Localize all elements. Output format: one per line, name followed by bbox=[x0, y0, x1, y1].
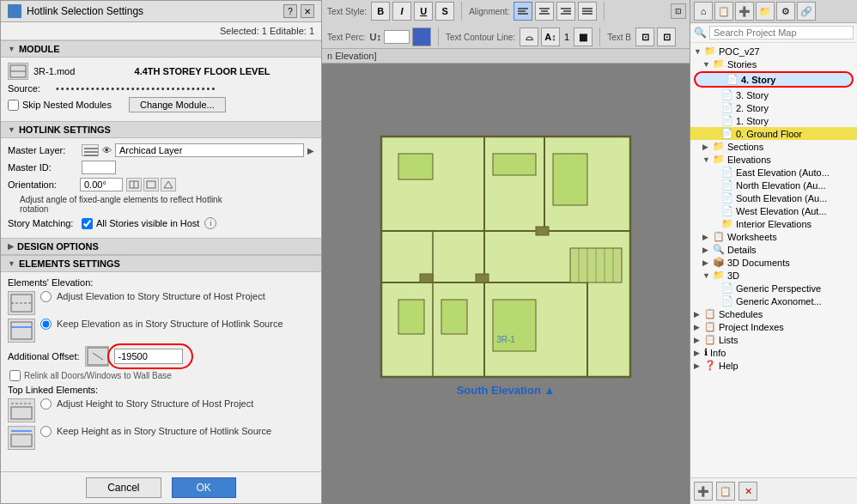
alignment-label: Alignment: bbox=[469, 7, 509, 16]
edit-btn[interactable]: 📋 bbox=[716, 482, 735, 501]
generic-axon-item[interactable]: 📄 Generic Axonomet... bbox=[690, 295, 857, 307]
info-folder[interactable]: ▶ ℹ Info bbox=[690, 346, 857, 359]
hotlink-section-header[interactable]: ▼ HOTLINK SETTINGS bbox=[1, 121, 321, 138]
bold-button[interactable]: B bbox=[371, 2, 390, 21]
offset-input[interactable]: -19500 bbox=[114, 349, 183, 364]
generic-persp-item[interactable]: 📄 Generic Perspective bbox=[690, 282, 857, 295]
proj-idx-label: Project Indexes bbox=[719, 322, 784, 332]
underline-button[interactable]: U bbox=[414, 2, 433, 21]
elevation-option1[interactable]: Adjust Elevation to Story Structure of H… bbox=[8, 291, 314, 315]
3d-arrow: ▼ bbox=[702, 271, 711, 280]
lists-folder[interactable]: ▶ 📋 Lists bbox=[690, 333, 857, 346]
top-option1[interactable]: Adjust Height to Story Structure of Host… bbox=[8, 398, 314, 422]
offset-label: Additional Offset: bbox=[8, 351, 80, 361]
story-checkbox[interactable] bbox=[82, 218, 93, 229]
change-module-button[interactable]: Change Module... bbox=[129, 97, 226, 112]
story-1-item[interactable]: 📄 1. Story bbox=[690, 114, 857, 127]
3ddocs-folder[interactable]: ▶ 📦 3D Documents bbox=[690, 256, 857, 269]
skip-nested-check[interactable]: Skip Nested Modules bbox=[8, 100, 112, 111]
new-btn[interactable]: ➕ bbox=[735, 2, 754, 21]
text-color-picker[interactable] bbox=[412, 27, 431, 46]
story-info-icon[interactable]: i bbox=[204, 217, 216, 229]
3d-folder[interactable]: ▼ 📁 3D bbox=[690, 269, 857, 282]
elements-section-header[interactable]: ▼ ELEMENTS SETTINGS bbox=[1, 255, 321, 272]
cancel-button[interactable]: Cancel bbox=[86, 477, 161, 498]
skip-nested-checkbox[interactable] bbox=[8, 100, 19, 111]
home-btn[interactable]: ⌂ bbox=[694, 2, 713, 21]
south-elevation-label[interactable]: South Elevation ▲ bbox=[457, 384, 556, 397]
text-b-btn2[interactable]: ⊡ bbox=[657, 27, 676, 46]
strikethrough-button[interactable]: S bbox=[435, 2, 454, 21]
help-button[interactable]: ? bbox=[283, 4, 297, 18]
contour-btn3[interactable]: ▦ bbox=[574, 27, 593, 46]
project-indexes-folder[interactable]: ▶ 📋 Project Indexes bbox=[690, 320, 857, 333]
relink-checkbox[interactable] bbox=[9, 370, 21, 381]
close-button[interactable]: ✕ bbox=[301, 4, 314, 18]
design-section-header[interactable]: ▶ DESIGN OPTIONS bbox=[1, 238, 321, 255]
relink-row[interactable]: Relink all Doors/Windows to Wall Base bbox=[8, 370, 314, 381]
interior-elev-item[interactable]: 📁 Interior Elevations bbox=[690, 217, 857, 230]
orient-icon-3[interactable] bbox=[161, 178, 176, 191]
west-elev-item[interactable]: 📄 West Elevation (Aut... bbox=[690, 204, 857, 217]
info-label: Info bbox=[710, 348, 726, 358]
italic-button[interactable]: I bbox=[392, 2, 411, 21]
contour-btn2[interactable]: A↕ bbox=[541, 27, 560, 46]
add-btn[interactable]: ➕ bbox=[694, 482, 713, 501]
folder-btn[interactable]: 📁 bbox=[756, 2, 775, 21]
sections-folder[interactable]: ▶ 📁 Sections bbox=[690, 140, 857, 153]
layer-dropdown-arrow[interactable]: ▶ bbox=[307, 146, 314, 155]
layer-name[interactable]: Archicad Layer bbox=[115, 143, 304, 157]
orient-icon-1[interactable] bbox=[126, 178, 142, 191]
elevations-folder[interactable]: ▼ 📁 Elevations bbox=[690, 153, 857, 166]
tree-root[interactable]: ▼ 📁 POC_v27 bbox=[690, 45, 857, 58]
align-center-button[interactable] bbox=[535, 2, 554, 21]
contour-btn1[interactable]: ⌓ bbox=[520, 27, 538, 46]
story1-arrow bbox=[711, 117, 720, 125]
top-option2[interactable]: Keep Height as in Story Structure of Hot… bbox=[8, 426, 314, 450]
align-left-button[interactable] bbox=[514, 2, 532, 21]
gen-persp-arrow bbox=[711, 284, 720, 293]
story-2-item[interactable]: 📄 2. Story bbox=[690, 101, 857, 114]
orient-icon-2[interactable] bbox=[143, 178, 159, 191]
tree-stories-folder[interactable]: ▼ 📁 Stories bbox=[690, 58, 857, 70]
module-section-header[interactable]: ▼ MODULE bbox=[1, 40, 321, 58]
elevation-radio2[interactable] bbox=[40, 319, 52, 330]
story-0-item[interactable]: 📄 0. Ground Floor bbox=[690, 127, 857, 140]
schedules-folder[interactable]: ▶ 📋 Schedules bbox=[690, 307, 857, 320]
story-4-item[interactable]: 📄 4. Story bbox=[694, 71, 854, 88]
worksheets-folder[interactable]: ▶ 📋 Worksheets bbox=[690, 230, 857, 243]
story-3-item[interactable]: 📄 3. Story bbox=[690, 88, 857, 101]
story0-icon: 📄 bbox=[721, 128, 733, 139]
story-check[interactable]: All Stories visible in Host bbox=[82, 218, 199, 229]
north-elev-item[interactable]: 📄 North Elevation (Au... bbox=[690, 179, 857, 191]
east-elev-item[interactable]: 📄 East Elevation (Auto... bbox=[690, 166, 857, 179]
sheet-btn[interactable]: 📋 bbox=[714, 2, 733, 21]
top-radio2[interactable] bbox=[40, 426, 52, 437]
text-perc-icon: U↕ bbox=[369, 32, 380, 42]
top-option1-label: Adjust Height to Story Structure of Host… bbox=[57, 398, 253, 409]
search-input[interactable] bbox=[709, 26, 854, 39]
orientation-input[interactable] bbox=[80, 178, 123, 191]
top-icon2 bbox=[8, 426, 35, 450]
layer-selector[interactable]: 👁 Archicad Layer ▶ bbox=[82, 143, 314, 157]
east-elev-label: East Elevation (Auto... bbox=[736, 167, 830, 178]
text-b-btn1[interactable]: ⊡ bbox=[635, 27, 654, 46]
svg-rect-52 bbox=[398, 300, 424, 334]
link-btn[interactable]: 🔗 bbox=[797, 2, 816, 21]
delete-btn[interactable]: ✕ bbox=[738, 482, 757, 501]
ok-button[interactable]: OK bbox=[172, 477, 236, 498]
details-folder[interactable]: ▶ 🔍 Details bbox=[690, 243, 857, 256]
align-right-button[interactable] bbox=[556, 2, 575, 21]
text-perc-input[interactable]: 6 bbox=[384, 30, 410, 44]
align-justify-button[interactable] bbox=[578, 2, 597, 21]
elevation-radio1[interactable] bbox=[40, 291, 52, 302]
south-elev-item[interactable]: 📄 South Elevation (Au... bbox=[690, 191, 857, 204]
top-radio1[interactable] bbox=[40, 398, 52, 410]
master-id-input[interactable] bbox=[82, 161, 116, 174]
canvas-corner-btn[interactable]: ⊡ bbox=[671, 3, 686, 19]
help-folder[interactable]: ▶ ❓ Help bbox=[690, 359, 857, 372]
elevation-option2[interactable]: Keep Elevation as in Story Structure of … bbox=[8, 319, 314, 343]
svg-rect-49 bbox=[398, 154, 433, 179]
svg-rect-40 bbox=[420, 274, 433, 282]
settings-btn[interactable]: ⚙ bbox=[776, 2, 795, 21]
